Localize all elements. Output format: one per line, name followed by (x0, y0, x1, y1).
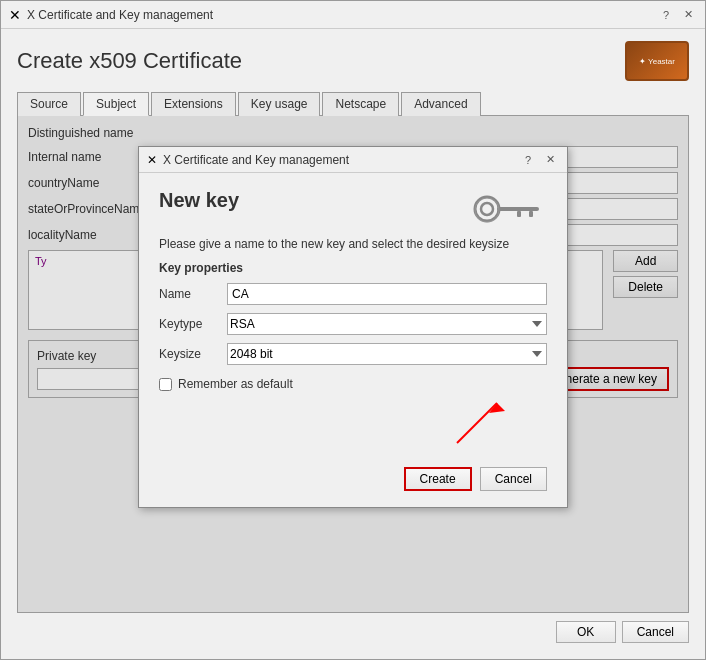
main-panel: Distinguished name Internal name organiz… (17, 116, 689, 613)
tab-subject[interactable]: Subject (83, 92, 149, 116)
remember-label: Remember as default (178, 377, 293, 391)
outer-window-title: X Certificate and Key management (27, 8, 657, 22)
modal-keytype-label: Keytype (159, 317, 219, 331)
svg-rect-3 (517, 211, 521, 217)
bottom-bar: OK Cancel (17, 613, 689, 647)
tab-extensions[interactable]: Extensions (151, 92, 236, 116)
ok-button[interactable]: OK (556, 621, 616, 643)
outer-content: Create x509 Certificate ✦ Yeastar Source… (1, 29, 705, 659)
modal-section-label: Key properties (159, 261, 547, 275)
remember-checkbox-row[interactable]: Remember as default (159, 377, 547, 391)
svg-rect-2 (497, 207, 539, 211)
modal-title-text: X Certificate and Key management (163, 153, 519, 167)
key-icon (467, 189, 547, 229)
app-icon: ✕ (9, 7, 21, 23)
modal-body: New key (139, 173, 567, 507)
tab-keyusage[interactable]: Key usage (238, 92, 321, 116)
tab-advanced[interactable]: Advanced (401, 92, 480, 116)
modal-keysize-row: Keysize 1024 bit 2048 bit 4096 bit (159, 343, 547, 365)
svg-rect-4 (529, 211, 533, 217)
modal-name-label: Name (159, 287, 219, 301)
modal-titlebar: ✕ X Certificate and Key management ? ✕ (139, 147, 567, 173)
outer-titlebar: ✕ X Certificate and Key management ? ✕ (1, 1, 705, 29)
help-button[interactable]: ? (657, 6, 675, 24)
arrow-area (159, 403, 547, 463)
page-title-text: Create x509 Certificate (17, 48, 242, 74)
modal-window-controls: ? ✕ (519, 151, 559, 169)
cancel-button[interactable]: Cancel (622, 621, 689, 643)
tabs-bar: Source Subject Extensions Key usage Nets… (17, 91, 689, 116)
svg-point-0 (475, 197, 499, 221)
modal-desc: Please give a name to the new key and se… (159, 237, 547, 251)
modal-keysize-label: Keysize (159, 347, 219, 361)
modal-header-row: New key (159, 189, 547, 229)
modal-cancel-button[interactable]: Cancel (480, 467, 547, 491)
modal-keytype-row: Keytype RSA DSA EC (159, 313, 547, 335)
modal-keytype-select[interactable]: RSA DSA EC (227, 313, 547, 335)
svg-point-1 (481, 203, 493, 215)
close-button[interactable]: ✕ (679, 6, 697, 24)
modal-name-row: Name (159, 283, 547, 305)
modal-window: ✕ X Certificate and Key management ? ✕ N… (138, 146, 568, 508)
tab-source[interactable]: Source (17, 92, 81, 116)
svg-point-5 (475, 198, 499, 222)
modal-app-icon: ✕ (147, 153, 157, 167)
svg-line-6 (457, 403, 497, 443)
modal-keysize-select[interactable]: 1024 bit 2048 bit 4096 bit (227, 343, 547, 365)
window-controls: ? ✕ (657, 6, 697, 24)
modal-name-input[interactable] (227, 283, 547, 305)
logo-text: ✦ Yeastar (639, 57, 675, 66)
remember-checkbox[interactable] (159, 378, 172, 391)
logo: ✦ Yeastar (625, 41, 689, 81)
modal-bottom-buttons: Create Cancel (159, 463, 547, 491)
tab-netscape[interactable]: Netscape (322, 92, 399, 116)
modal-close-button[interactable]: ✕ (541, 151, 559, 169)
modal-create-button[interactable]: Create (404, 467, 472, 491)
modal-overlay: ✕ X Certificate and Key management ? ✕ N… (18, 116, 688, 612)
modal-help-button[interactable]: ? (519, 151, 537, 169)
modal-title-big: New key (159, 189, 239, 212)
outer-window: ✕ X Certificate and Key management ? ✕ C… (0, 0, 706, 660)
page-title-row: Create x509 Certificate ✦ Yeastar (17, 41, 689, 81)
